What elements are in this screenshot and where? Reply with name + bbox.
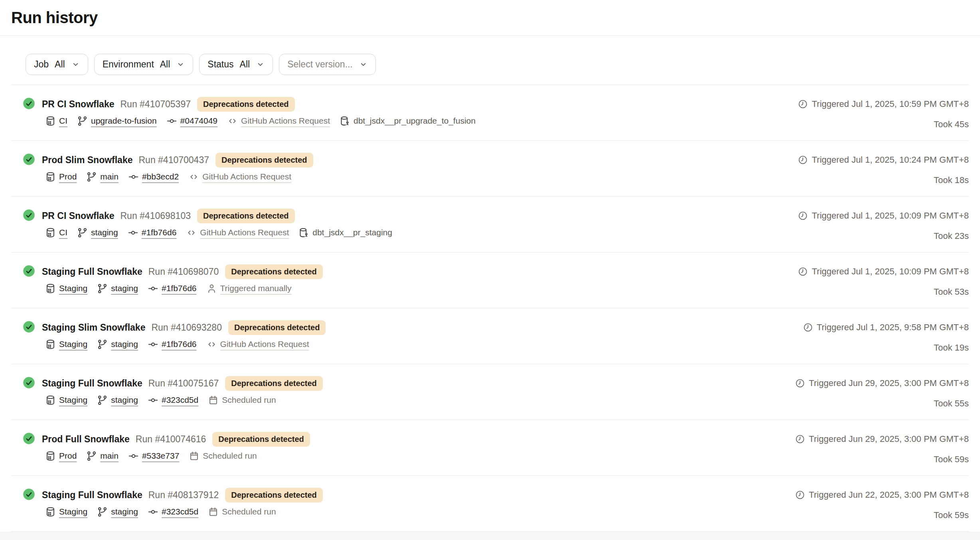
run-row[interactable]: Staging Full Snowflake Run #410698070 De… [11,252,969,308]
success-check-icon [23,488,35,501]
schema-database-icon [298,227,309,238]
deprecations-badge: Deprecations detected [197,97,295,112]
page-header: Run history [0,0,980,36]
commit-link[interactable]: #323cd5d [162,395,198,405]
commit-link[interactable]: #bb3ecd2 [142,172,179,181]
branch-meta: upgrade-to-fusion [77,116,157,126]
run-row[interactable]: Prod Slim Snowflake Run #410700437 Depre… [11,141,969,197]
git-commit-icon [148,339,158,350]
trigger-meta: GitHub Actions Request [206,339,309,350]
commit-link[interactable]: #533e737 [142,451,179,461]
job-name: Staging Full Snowflake [42,378,142,389]
commit-link[interactable]: #0474049 [180,116,217,126]
success-check-icon [23,97,35,110]
run-duration: Took 55s [795,398,969,409]
success-check-icon [23,209,35,221]
run-row[interactable]: Prod Full Snowflake Run #410074616 Depre… [11,420,969,476]
trigger-label[interactable]: GitHub Actions Request [202,172,291,181]
clock-icon [795,434,805,444]
trigger-meta: Scheduled run [208,395,276,406]
trigger-meta: GitHub Actions Request [186,227,289,238]
environment-database-icon [45,283,56,294]
git-branch-icon [77,116,88,126]
schema-meta: dbt_jsdx__pr_staging [298,227,392,238]
triggered-timestamp: Triggered Jun 29, 2025, 3:00 PM GMT+8 [809,434,969,444]
branch-link[interactable]: main [100,451,119,461]
git-branch-icon [97,339,108,350]
branch-link[interactable]: upgrade-to-fusion [91,116,157,126]
trigger-meta: GitHub Actions Request [188,171,291,182]
run-row[interactable]: PR CI Snowflake Run #410698103 Deprecati… [11,197,969,252]
schema-meta: dbt_jsdx__pr_upgrade_to_fusion [340,116,476,126]
environment-meta: CI [45,116,67,126]
git-commit-icon [148,395,158,406]
branch-link[interactable]: staging [91,228,118,237]
trigger-meta: Scheduled run [189,451,257,461]
trigger-label: Scheduled run [222,507,276,516]
job-name: Staging Full Snowflake [42,266,142,277]
run-duration: Took 23s [798,231,969,241]
code-trigger-icon [186,227,197,238]
run-duration: Took 45s [798,119,969,130]
commit-meta: #533e737 [128,451,179,461]
trigger-label[interactable]: Triggered manually [220,284,292,293]
trigger-label[interactable]: GitHub Actions Request [220,339,309,349]
run-number: Run #410074616 [136,434,206,445]
environment-meta: Staging [45,283,87,294]
commit-meta: #323cd5d [148,506,198,517]
environment-link[interactable]: Prod [59,451,77,461]
branch-link[interactable]: staging [111,339,138,349]
trigger-label[interactable]: GitHub Actions Request [241,116,330,126]
environment-link[interactable]: Staging [59,339,87,349]
run-duration: Took 59s [795,510,969,520]
job-filter-label: Job [34,59,49,70]
run-row[interactable]: PR CI Snowflake Run #410705397 Deprecati… [11,85,969,141]
branch-meta: staging [97,339,138,350]
environment-link[interactable]: Staging [59,507,87,516]
branch-link[interactable]: main [100,172,119,181]
git-branch-icon [97,395,108,406]
run-number: Run #410698103 [120,211,191,221]
environment-link[interactable]: Prod [59,172,77,181]
job-name: Staging Slim Snowflake [42,322,145,333]
chevron-down-icon [256,60,265,69]
git-branch-icon [77,227,88,238]
version-filter-dropdown[interactable]: Select version... [279,54,376,75]
environment-database-icon [45,451,56,461]
run-row[interactable]: Staging Full Snowflake Run #410075167 De… [11,364,969,420]
environment-filter-dropdown[interactable]: Environment All [94,54,194,75]
environment-filter-label: Environment [103,59,154,70]
chevron-down-icon [359,60,368,69]
job-name: PR CI Snowflake [42,211,114,221]
run-row[interactable]: Staging Slim Snowflake Run #410693280 De… [11,308,969,364]
environment-link[interactable]: CI [59,228,67,237]
status-filter-dropdown[interactable]: Status All [199,54,273,75]
commit-meta: #1fb76d6 [148,339,197,350]
commit-link[interactable]: #323cd5d [162,507,198,516]
calendar-icon [208,395,219,406]
deprecations-badge: Deprecations detected [225,488,323,503]
environment-meta: Staging [45,339,87,350]
branch-meta: staging [97,506,138,517]
code-trigger-icon [188,171,199,182]
branch-link[interactable]: staging [111,395,138,405]
code-trigger-icon [227,116,238,126]
run-row[interactable]: Staging Full Snowflake Run #408137912 De… [11,476,969,532]
clock-icon [803,322,813,333]
job-filter-dropdown[interactable]: Job All [26,54,88,75]
user-icon [206,283,217,294]
commit-link[interactable]: #1fb76d6 [142,228,177,237]
job-name: PR CI Snowflake [42,99,114,110]
trigger-label[interactable]: GitHub Actions Request [200,228,289,237]
branch-link[interactable]: staging [111,507,138,516]
environment-link[interactable]: Staging [59,284,87,293]
environment-link[interactable]: CI [59,116,67,126]
status-filter-label: Status [207,59,233,70]
commit-meta: #323cd5d [148,395,198,406]
filter-bar: Job All Environment All Status All Selec… [11,54,969,85]
branch-link[interactable]: staging [111,284,138,293]
environment-link[interactable]: Staging [59,395,87,405]
deprecations-badge: Deprecations detected [197,209,295,223]
commit-link[interactable]: #1fb76d6 [162,284,197,293]
commit-link[interactable]: #1fb76d6 [162,339,197,349]
